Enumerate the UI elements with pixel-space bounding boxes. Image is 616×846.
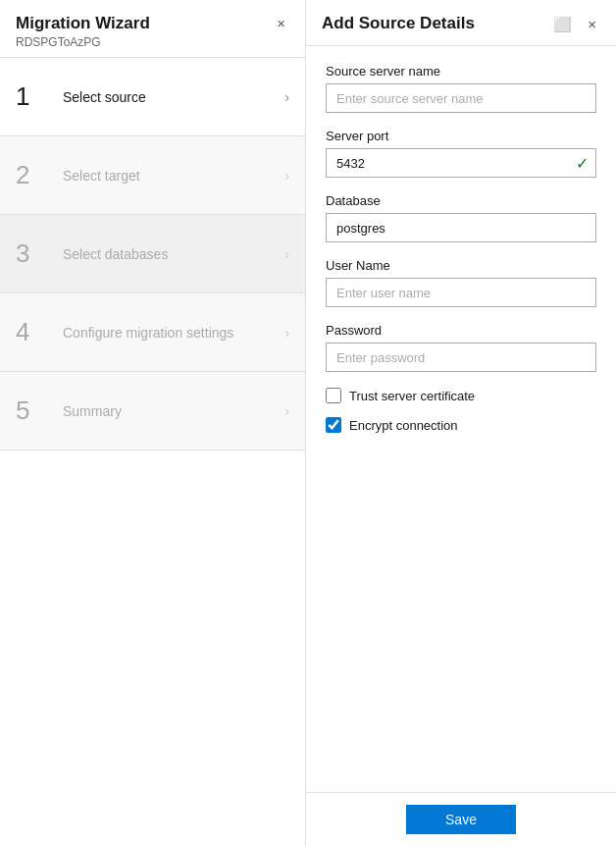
step-chevron-1: › [284, 89, 289, 105]
wizard-subtitle: RDSPGToAzPG [16, 35, 150, 49]
step-item-select-databases[interactable]: 3 Select databases › [0, 215, 305, 293]
step-label-configure-migration: Configure migration settings [63, 325, 284, 341]
step-label-select-target: Select target [63, 168, 284, 184]
source-server-name-label: Source server name [326, 64, 596, 79]
password-group: Password [326, 323, 596, 372]
step-item-select-source[interactable]: 1 Select source › [0, 58, 305, 136]
right-header: Add Source Details ⬜ × [306, 0, 616, 46]
step-item-summary[interactable]: 5 Summary › [0, 372, 305, 450]
step-chevron-4: › [284, 325, 289, 341]
port-check-icon: ✓ [576, 154, 589, 173]
step-number-5: 5 [16, 396, 51, 426]
step-label-select-databases: Select databases [63, 246, 284, 262]
step-number-3: 3 [16, 238, 51, 269]
encrypt-conn-checkbox[interactable] [326, 417, 341, 433]
right-footer: Save [306, 792, 616, 846]
wizard-title: Migration Wizard [16, 14, 150, 33]
right-panel: Add Source Details ⬜ × Source server nam… [306, 0, 616, 846]
left-header: Migration Wizard RDSPGToAzPG × [0, 0, 305, 58]
right-header-actions: ⬜ × [549, 15, 600, 33]
server-port-group: Server port ✓ [326, 129, 596, 178]
encrypt-conn-row: Encrypt connection [326, 417, 596, 433]
step-chevron-2: › [284, 168, 289, 184]
step-number-1: 1 [16, 81, 51, 112]
database-label: Database [326, 193, 596, 208]
database-input[interactable] [326, 213, 596, 242]
left-panel: Migration Wizard RDSPGToAzPG × 1 Select … [0, 0, 306, 846]
step-item-select-target[interactable]: 2 Select target › [0, 136, 305, 215]
username-label: User Name [326, 258, 596, 273]
trust-cert-checkbox[interactable] [326, 388, 341, 403]
step-chevron-5: › [284, 403, 289, 419]
trust-cert-label[interactable]: Trust server certificate [349, 389, 475, 403]
step-number-4: 4 [16, 317, 51, 347]
left-empty-space [0, 450, 305, 846]
step-chevron-3: › [284, 246, 289, 262]
right-panel-title: Add Source Details [322, 14, 475, 33]
source-server-name-group: Source server name [326, 64, 596, 113]
server-port-input[interactable] [326, 148, 596, 178]
right-close-button[interactable]: × [584, 15, 600, 33]
server-port-input-wrapper: ✓ [326, 148, 596, 178]
username-group: User Name [326, 258, 596, 307]
step-label-select-source: Select source [63, 89, 284, 105]
encrypt-conn-label[interactable]: Encrypt connection [349, 418, 458, 433]
right-content: Source server name Server port ✓ Databas… [306, 46, 616, 792]
password-label: Password [326, 323, 596, 338]
password-input[interactable] [326, 343, 596, 372]
server-port-label: Server port [326, 129, 596, 143]
trust-cert-row: Trust server certificate [326, 388, 596, 403]
database-group: Database [326, 193, 596, 242]
source-server-name-input[interactable] [326, 83, 596, 113]
step-item-configure-migration[interactable]: 4 Configure migration settings › [0, 293, 305, 372]
username-input[interactable] [326, 278, 596, 307]
maximize-button[interactable]: ⬜ [549, 15, 576, 33]
left-close-button[interactable]: × [273, 14, 289, 32]
save-button[interactable]: Save [406, 805, 516, 834]
step-label-summary: Summary [63, 403, 284, 419]
step-number-2: 2 [16, 160, 51, 190]
